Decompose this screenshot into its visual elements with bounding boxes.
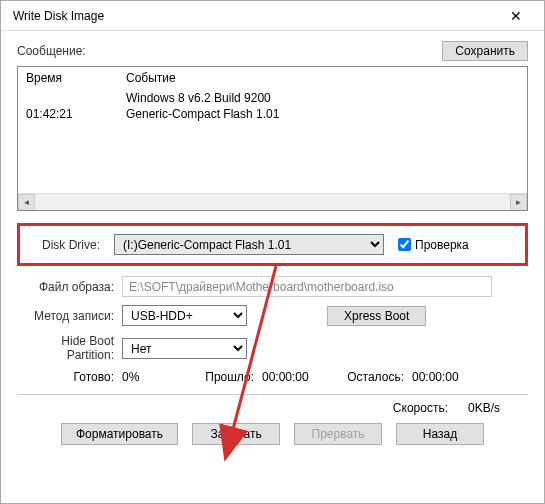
remain-label: Осталось: xyxy=(342,370,412,384)
xpress-boot-button[interactable]: Xpress Boot xyxy=(327,306,426,326)
close-icon[interactable]: ✕ xyxy=(496,1,536,31)
divider xyxy=(17,394,528,395)
write-disk-image-window: Write Disk Image ✕ Сообщение: Сохранить … xyxy=(0,0,545,504)
speed-label: Скорость: xyxy=(393,401,448,415)
message-label: Сообщение: xyxy=(17,44,442,58)
image-file-input[interactable] xyxy=(122,276,492,297)
highlighted-drive-section: Disk Drive: (I:)Generic-Compact Flash 1.… xyxy=(17,223,528,266)
write-button[interactable]: Записать xyxy=(192,423,280,445)
ready-value: 0% xyxy=(122,370,202,384)
hide-boot-label: Hide Boot Partition: xyxy=(17,334,122,362)
horizontal-scrollbar[interactable]: ◄ ► xyxy=(18,193,527,210)
write-method-label: Метод записи: xyxy=(17,309,122,323)
image-file-label: Файл образа: xyxy=(17,280,122,294)
speed-value: 0KB/s xyxy=(468,401,518,415)
ready-label: Готово: xyxy=(17,370,122,384)
titlebar: Write Disk Image ✕ xyxy=(1,1,544,31)
log-row: 01:42:21 Generic-Compact Flash 1.01 xyxy=(26,107,519,121)
scroll-right-icon[interactable]: ► xyxy=(510,194,527,211)
window-title: Write Disk Image xyxy=(9,9,496,23)
abort-button: Прервать xyxy=(294,423,382,445)
scroll-track[interactable] xyxy=(35,194,510,210)
log-header-event: Событие xyxy=(126,71,519,85)
verify-checkbox[interactable] xyxy=(398,238,411,251)
write-method-select[interactable]: USB-HDD+ xyxy=(122,305,247,326)
disk-drive-select[interactable]: (I:)Generic-Compact Flash 1.01 xyxy=(114,234,384,255)
log-time: 01:42:21 xyxy=(26,107,126,121)
scroll-left-icon[interactable]: ◄ xyxy=(18,194,35,211)
back-button[interactable]: Назад xyxy=(396,423,484,445)
elapsed-label: Прошло: xyxy=(202,370,262,384)
remain-value: 00:00:00 xyxy=(412,370,528,384)
hide-boot-select[interactable]: Нет xyxy=(122,338,247,359)
log-listbox[interactable]: Время Событие Windows 8 v6.2 Build 9200 … xyxy=(17,66,528,211)
log-row: Windows 8 v6.2 Build 9200 xyxy=(26,91,519,105)
disk-drive-label: Disk Drive: xyxy=(30,238,108,252)
save-button[interactable]: Сохранить xyxy=(442,41,528,61)
log-time xyxy=(26,91,126,105)
elapsed-value: 00:00:00 xyxy=(262,370,342,384)
format-button[interactable]: Форматировать xyxy=(61,423,178,445)
verify-checkbox-wrap[interactable]: Проверка xyxy=(398,238,469,252)
verify-label: Проверка xyxy=(415,238,469,252)
log-event: Windows 8 v6.2 Build 9200 xyxy=(126,91,519,105)
log-header-time: Время xyxy=(26,71,126,85)
log-event: Generic-Compact Flash 1.01 xyxy=(126,107,519,121)
